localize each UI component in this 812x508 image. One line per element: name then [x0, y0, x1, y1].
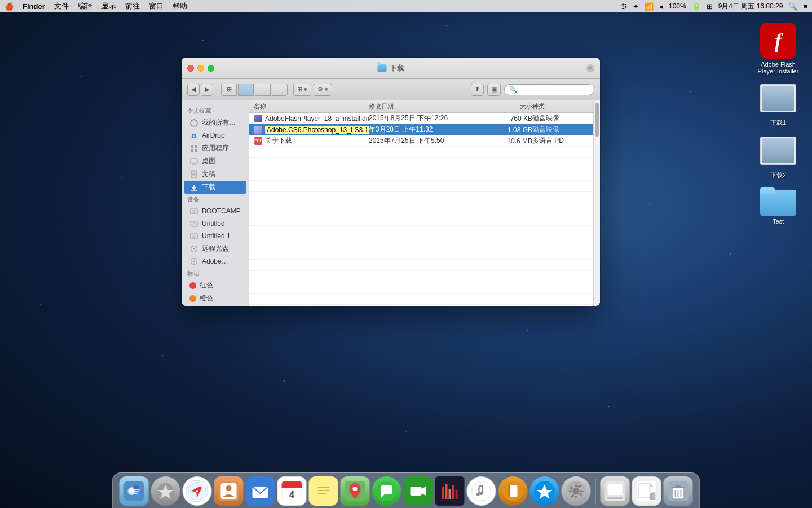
dock-item-calendar[interactable]: 4: [277, 476, 307, 506]
list-icon[interactable]: ≡: [803, 2, 807, 11]
action-button[interactable]: ⚙ ▾: [314, 84, 332, 96]
menu-window[interactable]: 窗口: [149, 1, 164, 11]
sidebar-item-untitled[interactable]: Untitled: [184, 217, 246, 230]
messages-dock-icon[interactable]: [372, 476, 401, 506]
sidebar-item-bootcamp[interactable]: BOOTCAMP: [184, 205, 246, 217]
safari-dock-icon[interactable]: [183, 476, 212, 506]
icon-view-button[interactable]: ⊞: [221, 84, 237, 96]
sidebar-item-orange[interactable]: 橙色: [184, 292, 246, 305]
label-button[interactable]: ▣: [487, 84, 501, 96]
dock-item-safari[interactable]: [183, 476, 212, 506]
forward-button[interactable]: ▶: [201, 84, 213, 96]
dock-item-messages[interactable]: [372, 476, 401, 506]
column-header-name[interactable]: 名称: [254, 102, 369, 111]
menu-view[interactable]: 显示: [102, 1, 116, 11]
preview-dock-icon[interactable]: [632, 476, 661, 506]
sidebar-item-red[interactable]: 红色: [184, 279, 246, 292]
maps-dock-icon[interactable]: [341, 476, 370, 506]
colorsync-dock-icon[interactable]: [601, 476, 630, 506]
file-row[interactable]: PDF 关于下载 2015年7月25日 下午5:50 10.6 MB 多语言 P…: [249, 135, 593, 147]
share-button[interactable]: ⬆: [471, 84, 484, 96]
dock-item-mail[interactable]: [246, 476, 275, 506]
dock-item-finder[interactable]: [120, 476, 149, 506]
arrange-button[interactable]: ⊞ ▾: [293, 84, 311, 96]
sidebar-item-downloads[interactable]: 下载: [184, 181, 246, 194]
menu-help[interactable]: 帮助: [173, 1, 187, 11]
finder-dock-icon[interactable]: [120, 476, 149, 506]
list-view-button[interactable]: ≡: [238, 84, 254, 96]
sidebar-item-apps[interactable]: 应用程序: [184, 142, 246, 155]
dock-item-facetime[interactable]: [404, 476, 433, 506]
column-header-size[interactable]: 大小: [482, 102, 532, 111]
scrollbar[interactable]: [593, 100, 600, 306]
column-header-date[interactable]: 修改日期: [369, 102, 482, 111]
download1-label: 下载1: [770, 119, 786, 127]
sysprefs-dock-icon[interactable]: [562, 476, 591, 506]
menu-go[interactable]: 前往: [125, 1, 140, 11]
dock-item-trash[interactable]: [664, 476, 693, 506]
desktop-icon-flash[interactable]: f Adobe FlashPlayer Installer: [756, 23, 801, 75]
coverflow-view-button[interactable]: ⬜: [272, 84, 288, 96]
dock-item-appstore[interactable]: [530, 476, 559, 506]
dock-item-sysprefs[interactable]: [562, 476, 591, 506]
dock-item-contacts[interactable]: [214, 476, 244, 506]
appstore-dock-icon[interactable]: [530, 476, 559, 506]
sidebar-item-remote[interactable]: 远程光盘: [184, 242, 246, 255]
desktop-icon-download2[interactable]: 下载2: [756, 133, 801, 179]
sidebar-item-yellow[interactable]: 黄色: [184, 305, 246, 306]
sidebar-label-orange: 橙色: [200, 294, 213, 303]
sidebar-item-adobe[interactable]: Adobe…: [184, 255, 246, 268]
volume-icon[interactable]: ◂: [659, 2, 663, 11]
column-header-kind[interactable]: 种类: [532, 102, 589, 111]
dock-item-music[interactable]: [467, 476, 496, 506]
file-row[interactable]: Adobe.CS6.Photoshop_13_LS3.1395977557.dm…: [249, 124, 593, 135]
dock-item-maps[interactable]: [341, 476, 370, 506]
svg-rect-71: [607, 483, 623, 496]
notes-dock-icon[interactable]: [309, 476, 338, 506]
dock-item-itunes-style[interactable]: [435, 476, 465, 506]
mail-dock-icon[interactable]: [246, 476, 275, 506]
menu-edit[interactable]: 编辑: [78, 1, 92, 11]
trash-dock-icon[interactable]: [664, 476, 693, 506]
facetime-dock-icon[interactable]: [404, 476, 433, 506]
menu-file[interactable]: 文件: [54, 1, 69, 11]
column-view-button[interactable]: ⋮⋮: [255, 84, 271, 96]
search-icon[interactable]: 🔍: [788, 2, 797, 11]
dock-item-preview[interactable]: [632, 476, 661, 506]
svg-point-63: [480, 492, 483, 495]
dock-item-notes[interactable]: [309, 476, 338, 506]
desktop-icon-download1[interactable]: 下载1: [756, 80, 801, 127]
sidebar-item-untitled1[interactable]: Untitled 1: [184, 230, 246, 242]
search-box[interactable]: 🔍: [504, 84, 594, 95]
window-close-icon[interactable]: ✕: [586, 64, 594, 72]
file-row[interactable]: AdobeFlashPlayer_18_a_install.dmg 2015年8…: [249, 113, 593, 124]
back-button[interactable]: ◀: [187, 84, 200, 96]
dock-item-ibooks[interactable]: [498, 476, 528, 506]
contacts-dock-icon[interactable]: [214, 476, 244, 506]
close-button[interactable]: [187, 65, 194, 72]
dock-item-launchpad[interactable]: [151, 476, 180, 506]
desktop-icon-test[interactable]: Test: [756, 185, 801, 225]
scrollbar-thumb[interactable]: [595, 103, 599, 137]
dock-item-colorsync[interactable]: [601, 476, 630, 506]
bar-chart-dock-icon[interactable]: [435, 476, 465, 506]
sidebar-item-all[interactable]: 我的所有…: [184, 116, 246, 129]
sidebar-item-docs[interactable]: 文稿: [184, 168, 246, 181]
grid-icon[interactable]: ⊞: [707, 2, 713, 11]
sidebar-item-airdrop[interactable]: AirDrop: [184, 129, 246, 142]
music-dock-icon[interactable]: [467, 476, 496, 506]
svg-rect-28: [134, 493, 138, 494]
calendar-dock-icon[interactable]: 4: [277, 476, 307, 506]
wifi-icon[interactable]: 📶: [645, 2, 654, 11]
personal-section-label: 个人收藏: [182, 105, 249, 116]
bluetooth-icon[interactable]: ✦: [633, 2, 639, 11]
apple-menu[interactable]: 🍎: [5, 2, 14, 11]
minimize-button[interactable]: [197, 65, 204, 72]
maximize-button[interactable]: [208, 65, 214, 72]
ibooks-dock-icon[interactable]: [498, 476, 528, 506]
time-machine-icon[interactable]: ⏱: [620, 2, 627, 11]
sidebar-item-desktop[interactable]: 桌面: [184, 155, 246, 168]
dock: 4: [112, 472, 700, 508]
launchpad-dock-icon[interactable]: [151, 476, 180, 506]
menu-finder[interactable]: Finder: [23, 2, 45, 11]
